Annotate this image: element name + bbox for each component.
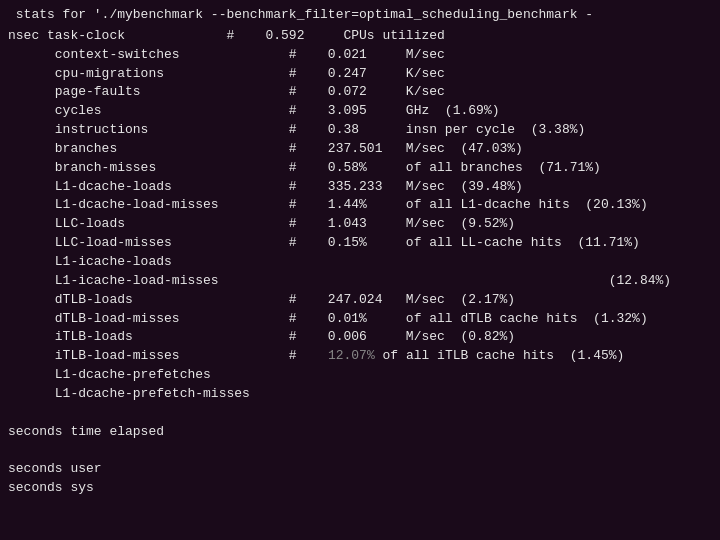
metric-line: branch-misses # 0.58% of all branches (7…	[8, 159, 712, 178]
footer-line	[8, 441, 712, 460]
metric-line: dTLB-load-misses # 0.01% of all dTLB cac…	[8, 310, 712, 329]
metric-line: L1-dcache-prefetch-misses	[8, 385, 712, 404]
metric-line: context-switches # 0.021 M/sec	[8, 46, 712, 65]
metric-line: instructions # 0.38 insn per cycle (3.38…	[8, 121, 712, 140]
footer-line: seconds time elapsed	[8, 423, 712, 442]
metric-line: branches # 237.501 M/sec (47.03%)	[8, 140, 712, 159]
metric-line: LLC-loads # 1.043 M/sec (9.52%)	[8, 215, 712, 234]
terminal: stats for './mybenchmark --benchmark_fil…	[8, 6, 712, 534]
metric-line: nsec task-clock # 0.592 CPUs utilized	[8, 27, 712, 46]
metrics-container: nsec task-clock # 0.592 CPUs utilized co…	[8, 27, 712, 404]
header-line: stats for './mybenchmark --benchmark_fil…	[8, 6, 712, 25]
metric-line: cpu-migrations # 0.247 K/sec	[8, 65, 712, 84]
metric-line: L1-icache-load-misses (12.84%)	[8, 272, 712, 291]
footer-container: seconds time elapsedseconds userseconds …	[8, 404, 712, 498]
footer-line: seconds sys	[8, 479, 712, 498]
metric-line: iTLB-load-misses # 12.07% of all iTLB ca…	[8, 347, 712, 366]
metric-line: LLC-load-misses # 0.15% of all LL-cache …	[8, 234, 712, 253]
metric-line: iTLB-loads # 0.006 M/sec (0.82%)	[8, 328, 712, 347]
metric-line: cycles # 3.095 GHz (1.69%)	[8, 102, 712, 121]
metric-line: L1-dcache-loads # 335.233 M/sec (39.48%)	[8, 178, 712, 197]
metric-line: L1-icache-loads	[8, 253, 712, 272]
footer-line: seconds user	[8, 460, 712, 479]
metric-line: L1-dcache-prefetches	[8, 366, 712, 385]
metric-line: page-faults # 0.072 K/sec	[8, 83, 712, 102]
footer-line	[8, 404, 712, 423]
metric-line: dTLB-loads # 247.024 M/sec (2.17%)	[8, 291, 712, 310]
metric-name: iTLB-load-misses	[8, 348, 289, 363]
metric-line: L1-dcache-load-misses # 1.44% of all L1-…	[8, 196, 712, 215]
